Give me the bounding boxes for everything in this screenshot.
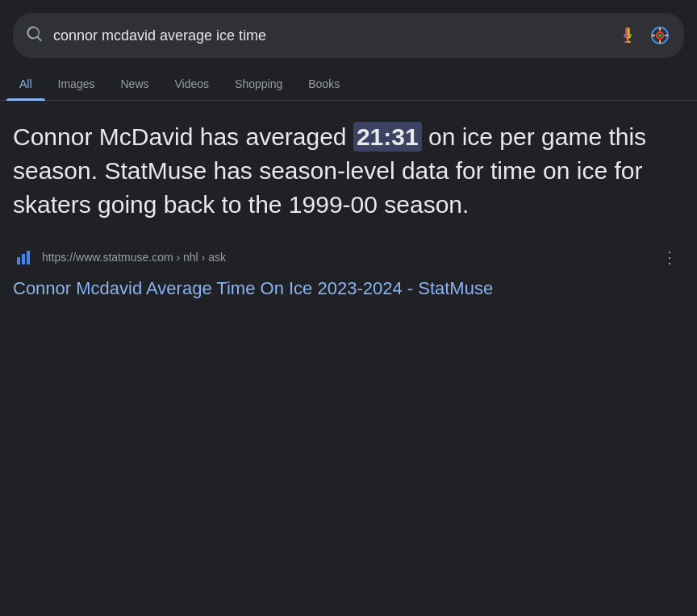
result-title[interactable]: Connor Mcdavid Average Time On Ice 2023-… xyxy=(13,277,684,302)
svg-rect-4 xyxy=(27,251,30,264)
tab-books[interactable]: Books xyxy=(295,68,353,100)
source-url: https://www.statmuse.com › nhl › ask xyxy=(42,251,226,264)
microphone-icon[interactable] xyxy=(616,24,639,47)
search-query-text: connor mcdavid average ice time xyxy=(53,27,607,44)
tab-images[interactable]: Images xyxy=(45,68,108,100)
search-bar-container: connor mcdavid average ice time xyxy=(0,0,697,58)
main-content: Connor McDavid has averaged 21:31 on ice… xyxy=(0,101,697,321)
tab-shopping[interactable]: Shopping xyxy=(222,68,295,100)
answer-block: Connor McDavid has averaged 21:31 on ice… xyxy=(13,120,684,222)
statmuse-bar-chart-icon xyxy=(13,246,35,268)
answer-text-before: Connor McDavid has averaged xyxy=(13,123,353,150)
search-bar[interactable]: connor mcdavid average ice time xyxy=(13,13,684,58)
search-icon xyxy=(26,25,44,46)
svg-rect-2 xyxy=(17,257,20,264)
tab-videos[interactable]: Videos xyxy=(162,68,223,100)
svg-rect-3 xyxy=(22,254,25,264)
source-meta: https://www.statmuse.com › nhl › ask ⋮ xyxy=(13,244,684,270)
answer-highlight: 21:31 xyxy=(353,122,422,152)
tabs-container: All Images News Videos Shopping Books xyxy=(0,68,697,101)
more-options-icon[interactable]: ⋮ xyxy=(655,244,684,270)
tab-news[interactable]: News xyxy=(107,68,161,100)
google-lens-icon[interactable] xyxy=(649,24,671,47)
source-result: https://www.statmuse.com › nhl › ask ⋮ C… xyxy=(13,244,684,302)
tab-all[interactable]: All xyxy=(6,68,45,100)
svg-point-1 xyxy=(658,34,662,37)
